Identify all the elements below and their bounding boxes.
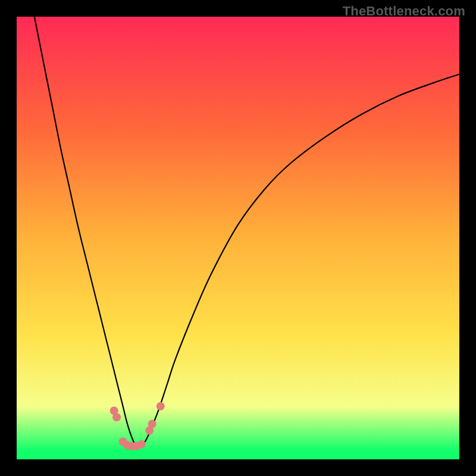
watermark-text: TheBottleneck.com	[343, 4, 465, 19]
curve-marker	[156, 402, 165, 411]
chart-frame: TheBottleneck.com	[0, 0, 476, 476]
plot-svg	[17, 17, 459, 459]
curve-marker	[148, 420, 156, 428]
curve-marker	[112, 413, 121, 421]
plot-area	[17, 17, 459, 459]
gradient-background	[17, 17, 459, 459]
curve-marker	[137, 440, 146, 449]
